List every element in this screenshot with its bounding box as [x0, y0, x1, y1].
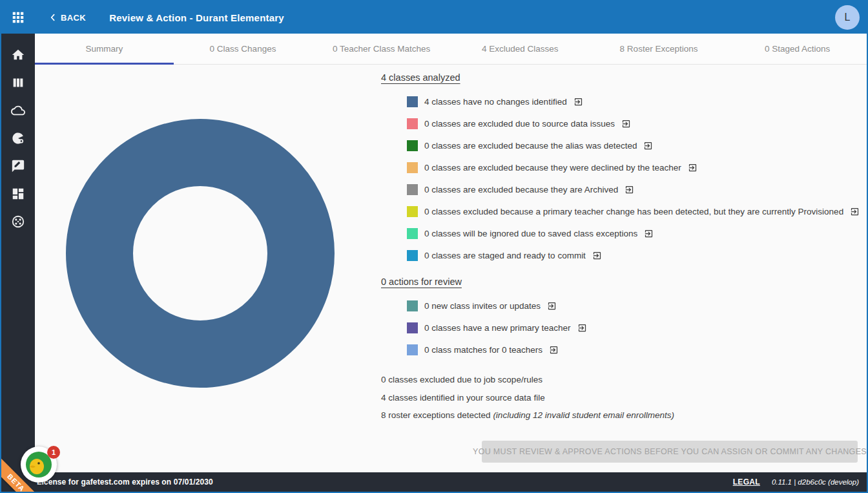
exit-to-app-icon[interactable]: [850, 207, 860, 216]
footer-bar: License for gafetest.com expires on 07/0…: [1, 472, 867, 492]
review-heading: 0 actions for review: [381, 277, 868, 287]
legend-item: 4 classes have no changes identified: [407, 90, 868, 112]
legend-color-swatch: [407, 96, 418, 107]
legend-color-swatch: [407, 344, 418, 355]
legend-color-swatch: [407, 118, 418, 129]
legend-color-swatch: [407, 250, 418, 261]
dashboard-icon: [11, 187, 25, 201]
legend-color-swatch: [407, 228, 418, 239]
tab[interactable]: 0 Staged Actions: [728, 34, 867, 64]
tab[interactable]: 0 Class Changes: [174, 34, 313, 64]
legend-item: 0 class matches for 0 teachers: [407, 339, 868, 361]
review-legend: 0 new class invites or updates 0 classes…: [407, 295, 868, 361]
legend-item: 0 classes are staged and ready to commit: [407, 244, 868, 266]
exit-to-app-icon[interactable]: [577, 323, 587, 333]
tab-label: 0 Staged Actions: [765, 44, 830, 54]
commit-disabled-button[interactable]: YOU MUST REVIEW & APPROVE ACTIONS BEFORE…: [482, 441, 858, 463]
exit-to-app-icon[interactable]: [549, 345, 559, 355]
exit-to-app-icon[interactable]: [643, 141, 653, 151]
analyzed-heading: 4 classes analyzed: [381, 72, 868, 83]
exit-to-app-icon[interactable]: [644, 229, 654, 238]
legend-item: 0 classes are excluded due to source dat…: [407, 112, 868, 134]
tab-label: Summary: [85, 44, 123, 54]
tab-label: 4 Excluded Classes: [482, 44, 559, 54]
cloud-icon: [11, 103, 25, 118]
legend-label: 0 classes will be ignored due to saved c…: [424, 229, 637, 238]
exit-to-app-icon[interactable]: [592, 251, 602, 260]
footnote: 0 classes excluded due to job scope/rule…: [381, 371, 868, 389]
donut-chart: [65, 118, 336, 389]
legend-label: 0 classes excluded because a primary tea…: [424, 207, 843, 216]
legend-label: 0 new class invites or updates: [424, 301, 541, 311]
legend-label: 4 classes have no changes identified: [424, 97, 567, 107]
columns-icon: [11, 76, 25, 90]
legend-item: 0 classes have a new primary teacher: [407, 317, 868, 339]
legend-label: 0 classes are excluded because they were…: [424, 163, 681, 173]
legend-label: 0 classes are excluded because they are …: [424, 185, 618, 194]
feedback-icon: [11, 159, 25, 173]
footnote: 4 classes identified in your source data…: [381, 389, 868, 407]
sidebar-item-reel[interactable]: [1, 207, 35, 235]
license-text: License for gafetest.com expires on 07/0…: [37, 477, 213, 487]
back-button[interactable]: BACK: [48, 12, 86, 23]
legend-color-swatch: [407, 322, 418, 333]
legend-item: 0 classes are excluded because they were…: [407, 156, 868, 178]
legend-label: 0 classes are excluded due to source dat…: [424, 119, 615, 129]
exit-to-app-icon[interactable]: [621, 119, 631, 129]
home-icon: [11, 48, 25, 62]
analyzed-legend: 4 classes have no changes identified 0 c…: [407, 90, 868, 266]
legend-label: 0 class matches for 0 teachers: [424, 345, 542, 355]
sidebar-item-home[interactable]: [1, 41, 35, 68]
summary-panel: 4 classes analyzed 4 classes have no cha…: [381, 72, 868, 425]
summary-footnotes: 0 classes excluded due to job scope/rule…: [381, 371, 868, 425]
tab-bar: Summary 0 Class Changes 0 Teacher Class …: [35, 34, 867, 65]
legend-item: 0 classes excluded because a primary tea…: [407, 200, 868, 222]
back-label: BACK: [61, 13, 86, 23]
exit-to-app-icon[interactable]: [625, 185, 634, 194]
exit-to-app-icon[interactable]: [547, 301, 557, 311]
footnote: 8 roster exceptions detected (including …: [381, 406, 868, 425]
chevron-left-icon: [48, 12, 58, 23]
sidebar-item-columns[interactable]: [1, 68, 35, 96]
legend-color-swatch: [407, 162, 418, 173]
legend-label: 0 classes have a new primary teacher: [424, 323, 571, 333]
legend-color-swatch: [407, 140, 418, 151]
version-text: 0.11.1 | d2b6c0c (develop): [772, 478, 859, 486]
legend-item: 0 classes are excluded because they are …: [407, 178, 868, 200]
legend-label: 0 classes are excluded because the alias…: [424, 141, 637, 151]
legend-item: 0 new class invites or updates: [407, 295, 868, 317]
sidebar-item-cloud[interactable]: [1, 96, 35, 124]
user-avatar[interactable]: L: [835, 5, 860, 30]
tab-label: 0 Class Changes: [210, 44, 276, 54]
tab[interactable]: 4 Excluded Classes: [451, 34, 590, 64]
top-app-bar: BACK Review & Action - Durant Elementary…: [1, 1, 867, 34]
legend-item: 0 classes are excluded because the alias…: [407, 134, 868, 156]
exit-to-app-icon[interactable]: [688, 163, 698, 173]
legend-item: 0 classes will be ignored due to saved c…: [407, 222, 868, 244]
summary-content: 4 classes analyzed 4 classes have no cha…: [35, 65, 867, 472]
tab-label: 8 Roster Exceptions: [620, 44, 698, 54]
sidebar-item-pie-chart[interactable]: [1, 124, 35, 152]
legal-link[interactable]: LEGAL: [733, 477, 760, 487]
exit-to-app-icon[interactable]: [574, 97, 583, 107]
tab[interactable]: 0 Teacher Class Matches: [312, 34, 451, 64]
sidebar-item-feedback[interactable]: [1, 152, 35, 180]
legend-color-swatch: [407, 184, 418, 195]
legend-label: 0 classes are staged and ready to commit: [424, 251, 586, 260]
avatar-letter: L: [845, 12, 851, 23]
tab-label: 0 Teacher Class Matches: [333, 44, 430, 54]
pie-chart-icon: [11, 131, 25, 145]
apps-grid-icon[interactable]: [1, 10, 35, 25]
legend-color-swatch: [407, 206, 418, 217]
tab[interactable]: Summary: [35, 34, 174, 64]
legend-color-swatch: [407, 300, 418, 311]
reel-icon: [11, 215, 25, 229]
sidebar-item-dashboard[interactable]: [1, 180, 35, 207]
page-title: Review & Action - Durant Elementary: [109, 12, 284, 23]
app-window: BACK Review & Action - Durant Elementary…: [0, 0, 868, 493]
left-nav-sidebar: [1, 34, 35, 472]
notification-badge: 1: [47, 446, 60, 459]
tab[interactable]: 8 Roster Exceptions: [590, 34, 728, 64]
